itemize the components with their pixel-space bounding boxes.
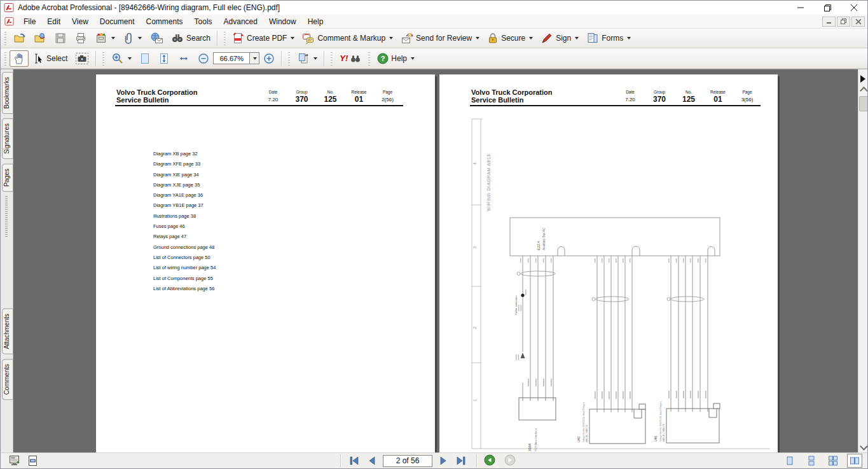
toolbar-grip[interactable]	[367, 52, 371, 66]
document-window-controls	[822, 17, 865, 27]
attach-button[interactable]	[119, 30, 146, 46]
toc-link[interactable]: List of Connectors page 50	[153, 255, 216, 265]
toolbar-grip[interactable]	[3, 31, 8, 45]
toc-link[interactable]: Relays page 47	[153, 234, 216, 244]
comment-markup-button[interactable]: Comment & Markup	[298, 30, 397, 46]
next-page-button[interactable]	[436, 454, 450, 467]
page-display-button[interactable]	[293, 50, 321, 67]
zoom-level-dropdown[interactable]	[250, 52, 259, 64]
actual-size-button[interactable]	[135, 50, 155, 67]
menu-item[interactable]: Document	[94, 15, 141, 28]
menu-item[interactable]: Window	[263, 15, 302, 28]
previous-page-button[interactable]	[365, 454, 379, 467]
toc-link[interactable]: Diagram XB page 32	[153, 151, 216, 161]
window-restore-button[interactable]	[814, 1, 841, 15]
print-button[interactable]	[71, 30, 91, 46]
toc-link[interactable]: Diagram XFE page 33	[153, 161, 216, 171]
u40-id-label: U40	[654, 436, 658, 442]
continuous-layout-button[interactable]	[804, 454, 819, 468]
toc-link[interactable]: List of Abbreviations page 56	[153, 286, 216, 296]
toolbar-grip[interactable]	[3, 52, 8, 66]
single-page-layout-button[interactable]	[782, 454, 797, 468]
last-page-button[interactable]	[454, 454, 468, 467]
zoom-out-button[interactable]	[194, 50, 213, 67]
help-button[interactable]: ? Help	[373, 50, 418, 67]
email-button[interactable]	[146, 30, 167, 46]
first-page-button[interactable]	[347, 454, 361, 467]
continuous-facing-layout-button[interactable]	[825, 454, 841, 468]
nav-pane-splitter-grip[interactable]	[5, 196, 8, 237]
scroll-up-button[interactable]	[860, 87, 867, 93]
nav-tab[interactable]: Attachments	[2, 309, 13, 354]
nav-tab[interactable]: Comments	[2, 359, 13, 400]
toc-link[interactable]: Diagram YA1E page 36	[153, 192, 216, 202]
send-for-review-button[interactable]: Send for Review	[397, 30, 483, 46]
facing-layout-button[interactable]	[847, 454, 862, 468]
page-status-button[interactable]	[27, 455, 38, 469]
doc-restore-button[interactable]	[837, 17, 850, 27]
toc-link[interactable]: Ground connections page 48	[153, 244, 216, 255]
yahoo-search-button[interactable]: Y!	[336, 50, 364, 67]
u41-top-tab	[639, 404, 645, 409]
single-page-icon	[785, 456, 795, 466]
menu-item[interactable]: Tools	[189, 15, 218, 28]
toc-link[interactable]: Diagram XIE page 34	[153, 172, 216, 182]
previous-view-button[interactable]	[484, 454, 495, 468]
toolbar-grip[interactable]	[101, 52, 106, 66]
hand-tool-button[interactable]	[10, 50, 29, 67]
menu-item[interactable]: View	[66, 15, 94, 28]
scrollbar-thumb[interactable]	[859, 96, 868, 111]
doc-close-button[interactable]	[851, 17, 865, 27]
create-pdf-button[interactable]: Create PDF	[229, 30, 298, 46]
nav-tab[interactable]: Bookmarks	[2, 72, 13, 114]
pdf-page-2[interactable]: Volvo Truck Corporation Service Bulletin…	[96, 74, 435, 454]
save-button[interactable]	[50, 30, 71, 46]
toc-link[interactable]: List of wiring number page 54	[153, 265, 216, 275]
menu-item[interactable]: File	[18, 15, 41, 28]
forms-button[interactable]: Forms	[582, 30, 635, 46]
open-organizer-button[interactable]	[30, 30, 50, 46]
menu-item[interactable]: Edit	[41, 15, 66, 28]
toolbar-grip[interactable]	[329, 52, 334, 66]
toolbar-grip[interactable]	[223, 31, 227, 45]
nav-tab[interactable]: Signatures	[2, 118, 13, 159]
zoom-level-value[interactable]: 66.67%	[213, 52, 250, 64]
pdf-page-3[interactable]: Volvo Truck Corporation Service Bulletin…	[439, 74, 778, 454]
toc-link[interactable]: Diagram YB1E page 37	[153, 202, 216, 213]
toc-link[interactable]: List of Components page 55	[153, 276, 216, 286]
select-tool-button[interactable]: Select	[29, 50, 71, 67]
snapshot-tool-button[interactable]	[71, 50, 93, 67]
zoom-tool-button[interactable]	[107, 50, 135, 67]
menu-item[interactable]: Advanced	[218, 15, 263, 28]
secure-label: Secure	[501, 34, 525, 43]
nav-tab[interactable]: Pages	[2, 164, 13, 192]
fit-width-button[interactable]	[174, 50, 194, 67]
window-minimize-button[interactable]	[787, 1, 814, 15]
view-toolbar: Select	[1, 48, 867, 69]
fullscreen-status-button[interactable]	[8, 455, 20, 469]
header-column-label: Date	[259, 90, 287, 94]
zoom-in-button[interactable]	[259, 50, 279, 67]
toc-link[interactable]: Illustrations page 38	[153, 213, 216, 223]
scroll-down-button[interactable]	[860, 444, 867, 450]
search-button[interactable]: Search	[167, 30, 214, 46]
fit-page-button[interactable]	[155, 50, 174, 67]
junction-box	[510, 218, 720, 256]
company-name: Volvo Truck Corporation	[116, 88, 198, 96]
sign-button[interactable]: Sign	[537, 30, 582, 46]
next-view-button[interactable]	[504, 454, 516, 468]
menu-item[interactable]: Comments	[141, 15, 189, 28]
toc-link[interactable]: Diagram XJE page 35	[153, 182, 216, 192]
window-close-button[interactable]	[841, 1, 867, 15]
menu-item[interactable]: Help	[302, 15, 329, 28]
vertical-scrollbar[interactable]	[858, 69, 868, 454]
toc-link[interactable]: Fuses page 46	[153, 223, 216, 234]
organizer-button[interactable]	[91, 30, 119, 46]
open-button[interactable]	[10, 30, 30, 46]
show-pane-arrow-icon[interactable]	[860, 75, 865, 83]
u40-name-label: Voltage Rectifier OnBC1 (On board Charge…	[659, 402, 662, 442]
toolbar-grip[interactable]	[287, 52, 291, 66]
secure-button[interactable]: Secure	[483, 30, 537, 46]
page-number-input[interactable]	[383, 455, 432, 467]
doc-minimize-button[interactable]	[822, 17, 836, 27]
